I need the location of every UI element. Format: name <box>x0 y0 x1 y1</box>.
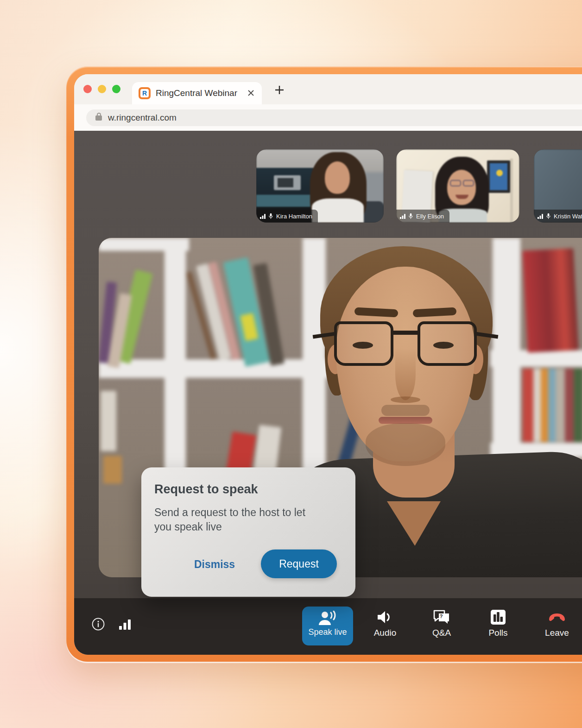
close-window-icon[interactable] <box>83 85 92 93</box>
participant-name: Kira Hamilton <box>276 213 312 220</box>
presenter-stubble <box>366 423 445 466</box>
dialog-title: Request to speak <box>154 482 258 497</box>
audio-label: Audio <box>374 628 397 638</box>
mic-icon <box>409 213 413 219</box>
dismiss-button[interactable]: Dismiss <box>182 558 247 571</box>
signal-bars-icon <box>538 214 543 219</box>
info-icon[interactable] <box>92 618 105 632</box>
screenshot-root: R RingCentral Webinar w.ringcentral.com <box>0 0 582 728</box>
signal-bars-icon <box>260 214 266 219</box>
leave-label: Leave <box>545 628 569 638</box>
participant-video-kristin[interactable]: Kristin Watson <box>534 149 582 223</box>
polls-button[interactable]: Polls <box>470 598 526 655</box>
qa-icon: ? <box>433 608 450 626</box>
speak-live-label: Speak live <box>308 627 347 637</box>
connection-quality-icon[interactable] <box>119 619 132 632</box>
request-to-speak-dialog: Request to speak Send a request to the h… <box>141 467 355 597</box>
maximize-window-icon[interactable] <box>112 85 120 93</box>
polls-label: Polls <box>488 628 507 638</box>
dialog-body-text: Send a request to the host to let you sp… <box>154 505 312 534</box>
lock-icon <box>95 115 102 121</box>
mic-icon <box>546 213 550 219</box>
participant-name-badge: Elly Elison <box>396 210 449 223</box>
speak-live-icon <box>317 610 338 627</box>
traffic-lights <box>83 85 120 93</box>
tab-title: RingCentral Webinar <box>156 88 246 98</box>
presenter-mouth <box>379 417 432 424</box>
participant-name: Kristin Watson <box>554 213 582 220</box>
presenter-nose <box>395 348 416 400</box>
participant-name-badge: Kristin Watson <box>534 210 582 223</box>
signal-bars-icon <box>400 214 405 219</box>
ringcentral-logo-icon: R <box>139 87 151 99</box>
tab-bar: R RingCentral Webinar <box>74 74 582 104</box>
address-bar-row: w.ringcentral.com <box>74 104 582 131</box>
audio-icon <box>377 608 393 626</box>
webinar-stage: Kira Hamilton <box>74 131 582 655</box>
leave-icon <box>547 608 567 626</box>
qa-label: Q&A <box>432 628 451 638</box>
leave-button[interactable]: Leave <box>529 598 582 655</box>
request-button[interactable]: Request <box>261 549 337 578</box>
svg-text:?: ? <box>440 613 443 619</box>
tab-ringcentral-webinar[interactable]: R RingCentral Webinar <box>132 82 262 104</box>
participant-name-badge: Kira Hamilton <box>256 210 318 223</box>
new-tab-icon[interactable] <box>273 84 285 96</box>
participant-name: Elly Elison <box>416 213 444 220</box>
participant-video-elly[interactable]: Elly Elison <box>396 149 519 223</box>
presenter-nose-shadow <box>391 396 420 403</box>
browser-window: R RingCentral Webinar w.ringcentral.com <box>66 66 582 662</box>
mic-icon <box>269 213 273 219</box>
minimize-window-icon[interactable] <box>98 85 106 93</box>
audio-button[interactable]: Audio <box>357 598 413 655</box>
browser-chrome: R RingCentral Webinar w.ringcentral.com <box>74 74 582 655</box>
speak-live-button[interactable]: Speak live <box>302 607 353 645</box>
address-bar[interactable]: w.ringcentral.com <box>86 109 582 126</box>
presenter-mustache <box>381 405 430 416</box>
url-text: w.ringcentral.com <box>108 113 177 123</box>
participant-video-kira[interactable]: Kira Hamilton <box>256 149 384 223</box>
tab-close-icon[interactable] <box>246 89 255 98</box>
qa-button[interactable]: ? Q&A <box>414 598 469 655</box>
meeting-toolbar: Speak live Audio ? <box>74 598 582 655</box>
polls-icon <box>490 608 506 626</box>
